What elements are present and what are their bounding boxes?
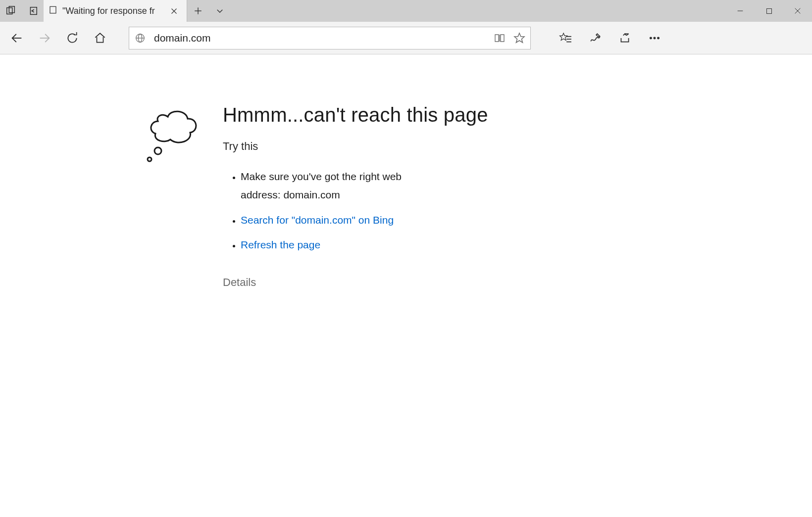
titlebar: "Waiting for response fr <box>0 0 812 22</box>
new-tab-button[interactable] <box>187 0 209 22</box>
home-button[interactable] <box>86 24 114 52</box>
notes-button[interactable] <box>580 24 610 52</box>
details-toggle[interactable]: Details <box>223 276 488 289</box>
set-aside-tabs-button[interactable] <box>22 0 44 22</box>
svg-rect-0 <box>7 8 12 14</box>
reading-view-icon[interactable] <box>493 31 507 45</box>
url-input[interactable] <box>153 32 487 45</box>
search-bing-link[interactable]: Search for "domain.com" on Bing <box>241 214 394 226</box>
page-content: Hmmm...can't reach this page Try this Ma… <box>0 54 812 289</box>
svg-marker-19 <box>560 33 567 40</box>
favorite-star-icon[interactable] <box>512 31 526 45</box>
svg-rect-1 <box>9 6 14 13</box>
error-message: Hmmm...can't reach this page Try this Ma… <box>223 104 488 289</box>
suggestion-list: Make sure you've got the right web addre… <box>223 168 431 254</box>
browser-tab[interactable]: "Waiting for response fr <box>44 0 187 22</box>
svg-point-25 <box>658 37 660 39</box>
page-icon <box>49 5 57 16</box>
tab-close-button[interactable] <box>167 4 181 18</box>
tab-title: "Waiting for response fr <box>62 6 162 16</box>
window-close-button[interactable] <box>783 0 812 22</box>
window-minimize-button[interactable] <box>726 0 755 22</box>
svg-marker-18 <box>514 33 524 43</box>
svg-point-26 <box>154 147 161 154</box>
svg-rect-9 <box>766 8 771 13</box>
favorites-hub-button[interactable] <box>551 24 580 52</box>
tab-actions-button[interactable] <box>0 0 22 22</box>
svg-point-24 <box>654 37 656 39</box>
suggestion-refresh: Refresh the page <box>241 236 431 254</box>
titlebar-drag-area[interactable] <box>231 0 726 22</box>
settings-more-button[interactable] <box>640 24 669 52</box>
back-button[interactable] <box>3 24 31 52</box>
try-this-label: Try this <box>223 140 488 153</box>
refresh-page-link[interactable]: Refresh the page <box>241 239 320 250</box>
address-bar[interactable] <box>129 27 531 49</box>
svg-rect-3 <box>50 6 56 13</box>
error-heading: Hmmm...can't reach this page <box>223 104 488 126</box>
share-button[interactable] <box>610 24 640 52</box>
toolbar <box>0 22 812 54</box>
tab-dropdown-button[interactable] <box>209 0 231 22</box>
svg-point-27 <box>148 157 152 161</box>
site-info-icon[interactable] <box>133 31 147 45</box>
svg-point-23 <box>650 37 652 39</box>
window-maximize-button[interactable] <box>755 0 783 22</box>
suggestion-search-bing: Search for "domain.com" on Bing <box>241 211 431 230</box>
thought-bubble-icon <box>141 104 205 289</box>
forward-button[interactable] <box>31 24 58 52</box>
refresh-button[interactable] <box>58 24 86 52</box>
toolbar-right <box>551 24 669 52</box>
suggestion-check-address: Make sure you've got the right web addre… <box>241 168 431 204</box>
